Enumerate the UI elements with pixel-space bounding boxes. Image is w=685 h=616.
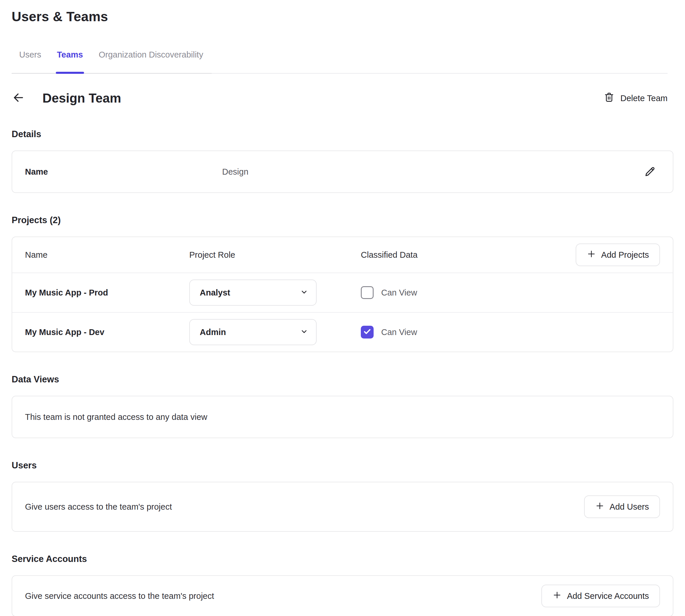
team-header: Design Team Delete Team — [12, 89, 673, 107]
edit-name-button[interactable] — [644, 165, 657, 178]
pencil-icon — [644, 174, 656, 178]
chevron-down-icon — [300, 327, 308, 337]
projects-table-header: Name Project Role Classified Data Add Pr… — [12, 237, 673, 272]
arrow-left-icon — [12, 91, 25, 106]
table-row: My Music App - Dev Admin Can View — [12, 312, 673, 352]
tab-teams[interactable]: Teams — [57, 50, 83, 73]
users-description: Give users access to the team's project — [25, 502, 172, 512]
can-view-label: Can View — [381, 288, 417, 298]
add-projects-button[interactable]: Add Projects — [576, 243, 660, 266]
add-users-label: Add Users — [610, 502, 649, 512]
project-name: My Music App - Dev — [25, 328, 189, 337]
checkmark-icon — [363, 327, 372, 337]
delete-team-button[interactable]: Delete Team — [604, 92, 667, 105]
add-service-accounts-label: Add Service Accounts — [567, 591, 649, 601]
table-row: My Music App - Prod Analyst Can View — [12, 272, 673, 312]
service-accounts-card: Give service accounts access to the team… — [12, 575, 673, 616]
service-accounts-heading: Service Accounts — [12, 554, 673, 564]
column-header-classified-data: Classified Data — [361, 250, 576, 260]
add-projects-label: Add Projects — [601, 250, 649, 260]
can-view-checkbox[interactable] — [361, 326, 373, 338]
plus-icon — [595, 501, 604, 512]
project-name: My Music App - Prod — [25, 288, 189, 298]
data-views-card: This team is not granted access to any d… — [12, 396, 673, 438]
can-view-label: Can View — [381, 328, 417, 337]
plus-icon — [552, 590, 562, 602]
projects-heading: Projects (2) — [12, 215, 673, 225]
details-heading: Details — [12, 129, 673, 139]
project-role-select[interactable]: Admin — [189, 319, 317, 345]
data-views-empty-text: This team is not granted access to any d… — [25, 412, 207, 422]
chevron-down-icon — [300, 288, 308, 298]
column-header-name: Name — [25, 250, 189, 260]
tab-users[interactable]: Users — [19, 50, 41, 73]
trash-icon — [604, 92, 615, 105]
users-heading: Users — [12, 460, 673, 471]
project-role-select[interactable]: Analyst — [189, 280, 317, 306]
team-name-value: Design — [222, 167, 248, 177]
can-view-checkbox[interactable] — [361, 286, 373, 299]
page-title: Users & Teams — [12, 9, 673, 24]
project-role-value: Analyst — [200, 288, 230, 298]
plus-icon — [587, 249, 596, 261]
project-role-value: Admin — [200, 328, 226, 337]
service-accounts-description: Give service accounts access to the team… — [25, 591, 214, 601]
projects-card: Name Project Role Classified Data Add Pr… — [12, 237, 673, 352]
column-header-project-role: Project Role — [189, 250, 361, 260]
back-button[interactable] — [12, 91, 26, 106]
details-card: Name Design — [12, 151, 673, 193]
tab-organization-discoverability[interactable]: Organization Discoverability — [99, 50, 203, 73]
data-views-heading: Data Views — [12, 374, 673, 385]
add-users-button[interactable]: Add Users — [584, 496, 660, 518]
team-title: Design Team — [42, 91, 121, 106]
tab-bar: Users Teams Organization Discoverability — [12, 50, 673, 74]
users-card: Give users access to the team's project … — [12, 482, 673, 532]
name-label: Name — [25, 167, 48, 177]
users-teams-page: Users & Teams Users Teams Organization D… — [0, 0, 685, 616]
add-service-accounts-button[interactable]: Add Service Accounts — [541, 585, 660, 607]
delete-team-label: Delete Team — [620, 93, 667, 103]
